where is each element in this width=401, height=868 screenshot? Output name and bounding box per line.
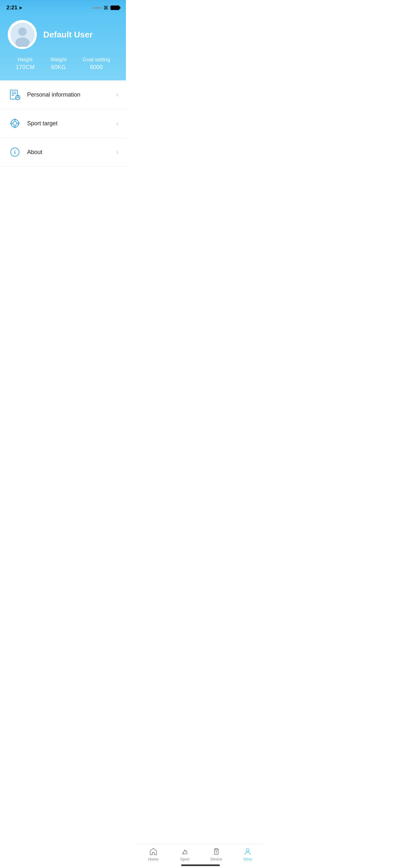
status-icons: ⌘ (93, 5, 120, 11)
about-icon: i (8, 145, 22, 159)
stat-weight-value: 60KG (51, 64, 66, 71)
username: Default User (43, 30, 93, 40)
stat-height-value: 170CM (16, 64, 35, 71)
personal-info-chevron: › (116, 91, 118, 98)
about-chevron: › (116, 149, 118, 156)
sport-target-chevron: › (116, 120, 118, 127)
personal-info-icon (8, 88, 22, 102)
sport-target-icon (8, 116, 22, 130)
stat-goal-label: Goal setting (83, 57, 110, 63)
avatar-image (10, 23, 35, 47)
signal-icon (93, 7, 101, 9)
personal-info-label: Personal information (27, 91, 116, 98)
stat-weight-label: Weight (51, 57, 67, 63)
location-arrow-icon: ➤ (19, 5, 22, 10)
profile-header: Default User Height 170CM Weight 60KG Go… (0, 13, 126, 81)
svg-point-1 (18, 27, 27, 36)
stat-height: Height 170CM (16, 57, 35, 71)
stat-height-label: Height (18, 57, 33, 63)
status-bar: 2:21 ➤ ⌘ (0, 0, 126, 13)
battery-icon (111, 5, 120, 10)
personal-info-item[interactable]: Personal information › (0, 81, 126, 109)
about-label: About (27, 149, 116, 156)
stats-row: Height 170CM Weight 60KG Goal setting 80… (8, 57, 118, 71)
svg-point-10 (13, 121, 17, 125)
avatar (8, 20, 37, 49)
stat-weight: Weight 60KG (51, 57, 67, 71)
stat-goal-value: 8000 (90, 64, 103, 71)
wifi-icon: ⌘ (103, 5, 109, 11)
svg-text:i: i (14, 149, 16, 155)
sport-target-label: Sport target (27, 120, 116, 127)
content-spacer (0, 166, 126, 264)
stat-goal: Goal setting 8000 (83, 57, 110, 71)
sport-target-item[interactable]: Sport target › (0, 109, 126, 138)
about-item[interactable]: i About › (0, 138, 126, 166)
profile-row: Default User (8, 20, 118, 49)
status-time: 2:21 ➤ (6, 4, 22, 11)
menu-list: Personal information › Sport target › i … (0, 81, 126, 166)
